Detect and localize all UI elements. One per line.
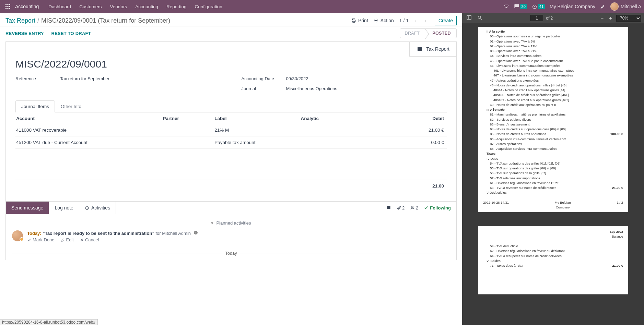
pdf-line: 61 - Diverses régularisations en faveur …: [483, 181, 623, 185]
attachments-button[interactable]: 2: [397, 205, 405, 210]
phone-icon[interactable]: [504, 4, 509, 9]
planned-activities-header[interactable]: ▾ Planned activities: [12, 218, 450, 230]
pdf-sidebar-toggle-icon[interactable]: [465, 14, 473, 22]
topbar-menu: DashboardCustomersVendorsAccountingRepor…: [44, 1, 226, 13]
pdf-line: 48s46T - Notes de crédit aux opérations …: [483, 98, 623, 103]
action-button[interactable]: Action: [374, 18, 394, 23]
accounting-date-label: Accounting Date: [242, 76, 286, 81]
col-account[interactable]: Account: [15, 112, 162, 124]
activity-info-icon[interactable]: i: [194, 231, 198, 236]
topbar-menu-item[interactable]: Customers: [75, 1, 106, 13]
pdf-line: 47 - Autres opérations exemptées: [483, 78, 623, 83]
status-draft[interactable]: DRAFT: [400, 28, 426, 38]
pager: 1 / 1 ‹ ›: [399, 17, 429, 24]
svg-rect-2: [9, 4, 10, 5]
following-button[interactable]: Following: [424, 205, 451, 210]
pdf-footer-page: 1 / 2: [617, 200, 623, 210]
reverse-entry-button[interactable]: REVERSE ENTRY: [5, 31, 44, 36]
pdf-line: 59 - TVA déductible: [483, 244, 623, 249]
activity-cancel[interactable]: Cancel: [80, 237, 99, 242]
topbar-menu-item[interactable]: Reporting: [162, 1, 191, 13]
timer-icon[interactable]: 41: [532, 4, 545, 9]
svg-rect-5: [9, 6, 10, 7]
tools-icon[interactable]: [600, 4, 606, 9]
create-button[interactable]: Create: [435, 16, 457, 25]
tab-journal-items[interactable]: Journal Items: [15, 100, 55, 112]
topbar-menu-item[interactable]: Vendors: [106, 1, 131, 13]
activity-avatar[interactable]: [12, 230, 23, 241]
activity-today-label: Today:: [27, 231, 42, 236]
col-label[interactable]: Label: [214, 112, 300, 124]
col-partner[interactable]: Partner: [162, 112, 214, 124]
pdf-line: 84 - Notes de crédits sur opérations cas…: [483, 127, 623, 132]
activity-summary: “Tax report is ready to be sent to the a…: [43, 231, 154, 236]
send-message-button[interactable]: Send message: [6, 202, 49, 214]
status-posted[interactable]: POSTED: [425, 28, 457, 38]
pdf-viewer: of 2 − + 70% II A la sortie00 - Opératio…: [462, 13, 644, 325]
topbar-menu-item[interactable]: Configuration: [190, 1, 226, 13]
col-debit[interactable]: Debit: [386, 112, 447, 124]
svg-rect-0: [5, 4, 7, 5]
pdf-zoom-in-icon[interactable]: +: [608, 14, 613, 22]
reference-value: Tax return for September: [60, 76, 109, 81]
svg-rect-1: [8, 4, 9, 5]
record-title: MISC/2022/09/0001: [15, 58, 447, 70]
table-row[interactable]: 411000 VAT recoverable21% M21.00 €: [15, 124, 447, 136]
messages-count: 20: [520, 4, 527, 9]
followers-button[interactable]: 2: [410, 205, 418, 210]
pdf-line: 71 - Taxes dues à l'état21.00 €: [483, 263, 623, 268]
pager-next[interactable]: ›: [422, 17, 429, 24]
messages-icon[interactable]: 20: [514, 4, 527, 9]
apps-icon[interactable]: [3, 1, 13, 12]
pdf-line: VI Soldes: [483, 258, 623, 263]
pdf-zoom-select[interactable]: 70%: [616, 15, 641, 22]
pdf-line: 88 - Acquisition services intra-communau…: [483, 146, 623, 151]
pdf-line: 00 - Opérations soumises à un régime par…: [483, 34, 623, 39]
svg-line-21: [480, 18, 482, 20]
reference-label: Reference: [15, 76, 60, 81]
breadcrumb-root[interactable]: Tax Report: [5, 17, 35, 24]
svg-point-15: [412, 206, 413, 208]
activity-item: Today: “Tax report is ready to be sent t…: [12, 230, 450, 242]
tax-report-button[interactable]: Tax Report: [409, 42, 456, 57]
pdf-line: III A l'entrée: [483, 107, 623, 112]
pdf-line: Taxes: [483, 151, 623, 156]
pdf-line: 87 - Autres opérations: [483, 142, 623, 146]
status-bar-url: https://20590284-16-0-all.runbot53.odoo.…: [0, 319, 98, 325]
pdf-footer-company: My Belgian Company: [549, 200, 576, 210]
view-icon[interactable]: [386, 205, 391, 211]
activity-markdone[interactable]: Mark Done: [27, 237, 55, 242]
app-name[interactable]: Accounting: [15, 4, 39, 9]
user-menu[interactable]: Mitchell A: [610, 2, 641, 11]
log-note-button[interactable]: Log note: [49, 202, 79, 214]
pdf-line: 49 - Notes de crédit aux opérations du p…: [483, 103, 623, 107]
pdf-line: 46 - Livraisons intra-communautaires exe…: [483, 63, 623, 68]
table-row[interactable]: 451200 VAT due - Current AccountPayable …: [15, 136, 447, 149]
print-button[interactable]: Print: [351, 18, 368, 23]
topbar-menu-item[interactable]: Accounting: [131, 1, 162, 13]
svg-point-13: [375, 20, 377, 21]
company-switcher[interactable]: My Belgian Company: [550, 4, 595, 9]
pdf-zoom-out-icon[interactable]: −: [599, 14, 605, 22]
svg-rect-6: [5, 8, 7, 9]
activities-button[interactable]: Activities: [79, 202, 116, 214]
topbar-menu-item[interactable]: Dashboard: [44, 1, 75, 13]
pdf-page-input[interactable]: [530, 15, 543, 21]
pdf-search-icon[interactable]: [476, 14, 484, 22]
journal-items-table: Account Partner Label Analytic Debit 411…: [15, 112, 447, 192]
journal-label: Journal: [242, 86, 286, 91]
pdf-line: 48 - Notes de crédit aux opérations gril…: [483, 83, 623, 88]
pdf-line: 86 - Acquisition intra-communautaires et…: [483, 137, 623, 142]
pdf-page-2: Sep 2022 Balance 59 - TVA déductible62 -…: [478, 226, 628, 294]
breadcrumb: Tax Report / MISC/2022/09/0001 (Tax retu…: [5, 17, 170, 24]
journal-value: Miscellaneous Operations: [286, 86, 338, 91]
pdf-line: 45 - Opérations avec TVA due par le coco…: [483, 59, 623, 63]
tab-other-info[interactable]: Other Info: [55, 100, 87, 112]
pdf-footer-date: 2022-10-28 14:31: [483, 200, 509, 210]
horizontal-scrollbar[interactable]: [15, 192, 447, 197]
timer-count: 41: [538, 4, 545, 9]
pager-prev[interactable]: ‹: [411, 17, 419, 24]
col-analytic[interactable]: Analytic: [300, 112, 386, 124]
reset-to-draft-button[interactable]: RESET TO DRAFT: [51, 31, 91, 36]
activity-edit[interactable]: Edit: [61, 237, 74, 242]
